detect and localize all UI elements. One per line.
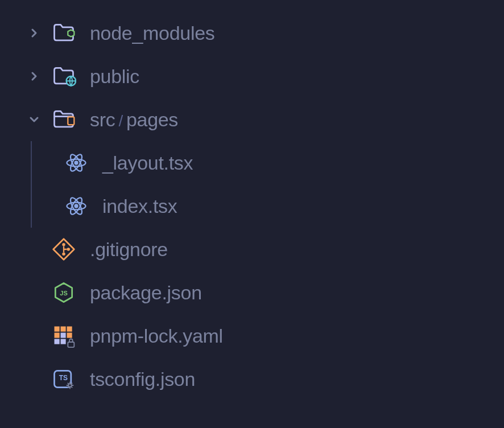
svg-rect-13	[55, 327, 60, 332]
svg-rect-15	[67, 327, 72, 332]
chevron-area	[20, 69, 48, 83]
tree-item-index-tsx[interactable]: index.tsx	[31, 184, 504, 228]
svg-rect-19	[55, 339, 60, 344]
tree-label: .gitignore	[90, 238, 168, 261]
chevron-area	[20, 113, 48, 126]
svg-rect-20	[61, 339, 66, 344]
tree-item-layout-tsx[interactable]: _layout.tsx	[31, 141, 504, 184]
tree-label: node_modules	[90, 22, 214, 44]
svg-rect-21	[68, 342, 74, 347]
svg-text:JS: JS	[60, 290, 67, 297]
tree-label: index.tsx	[102, 195, 177, 217]
folder-src-icon	[48, 107, 80, 132]
tree-item-package-json[interactable]: JS package.json	[0, 271, 504, 314]
chevron-right-icon	[27, 69, 41, 83]
svg-point-5	[74, 204, 78, 208]
folder-public-icon	[48, 64, 80, 89]
react-tsx-icon	[60, 194, 92, 219]
svg-rect-17	[61, 333, 66, 338]
svg-point-9	[62, 243, 65, 246]
svg-point-1	[74, 160, 78, 164]
tree-item-public[interactable]: public	[0, 55, 504, 98]
chevron-right-icon	[27, 26, 41, 40]
chevron-down-icon	[27, 113, 41, 126]
react-tsx-icon	[60, 150, 92, 175]
tree-item-node-modules[interactable]: node_modules	[0, 11, 504, 55]
svg-rect-18	[67, 333, 72, 338]
svg-rect-16	[55, 333, 60, 338]
svg-point-11	[67, 248, 71, 251]
folder-node-icon	[48, 20, 80, 46]
tree-label: src/pages	[90, 109, 178, 131]
svg-rect-14	[61, 327, 66, 332]
tree-item-tsconfig[interactable]: TS tsconfig.json	[0, 357, 504, 401]
tree-label: public	[90, 65, 139, 88]
tsconfig-icon: TS	[48, 367, 80, 392]
path-separator: /	[118, 112, 122, 130]
tree-item-gitignore[interactable]: .gitignore	[0, 228, 504, 271]
chevron-area	[20, 26, 48, 40]
nodejs-icon: JS	[48, 280, 80, 305]
svg-text:TS: TS	[59, 374, 68, 382]
path-segment: pages	[126, 109, 178, 130]
git-icon	[48, 237, 80, 262]
tree-label: tsconfig.json	[90, 368, 195, 390]
tree-label: pnpm-lock.yaml	[90, 325, 223, 347]
tree-label: _layout.tsx	[102, 152, 193, 174]
tree-label: package.json	[90, 282, 202, 304]
tree-item-pnpm-lock[interactable]: pnpm-lock.yaml	[0, 314, 504, 357]
tree-item-src-pages[interactable]: src/pages	[0, 98, 504, 141]
pnpm-lock-icon	[48, 323, 80, 348]
path-segment: src	[90, 109, 115, 130]
svg-point-10	[62, 253, 65, 256]
